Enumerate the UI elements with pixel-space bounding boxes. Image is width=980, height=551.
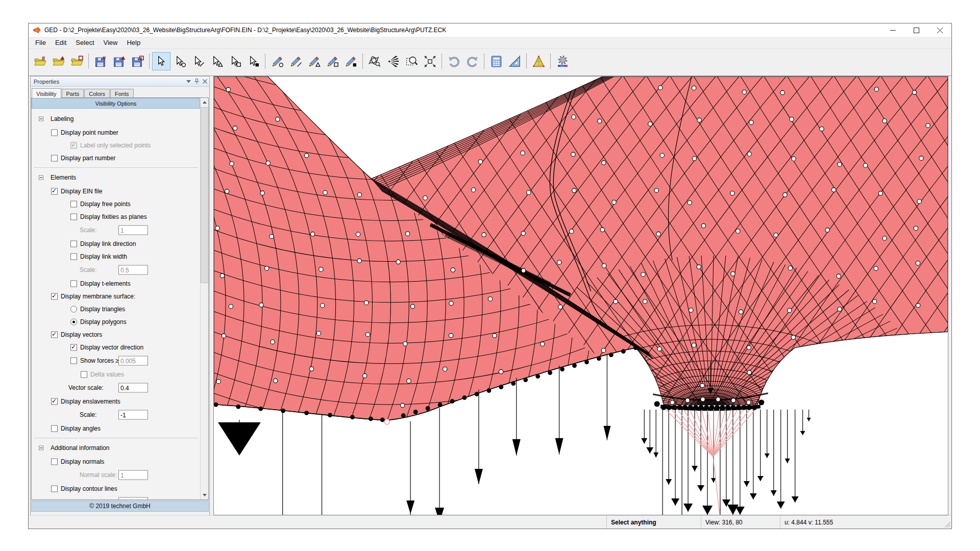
draw-points-button[interactable] <box>268 52 286 70</box>
option-label: Display link direction <box>80 240 136 247</box>
close-button[interactable] <box>928 23 951 37</box>
select-squares-button[interactable] <box>226 52 244 70</box>
radio-button[interactable] <box>70 306 77 312</box>
menu-file[interactable]: File <box>31 38 51 47</box>
checkbox[interactable] <box>70 280 77 287</box>
checkbox-display-ein-file: Display EIN file <box>32 185 200 197</box>
maximize-button[interactable] <box>904 23 928 37</box>
orbit-view-button[interactable] <box>365 52 384 70</box>
option-label: Display polygons <box>80 318 127 325</box>
field-vector-scale-21: Vector scale: <box>32 381 200 395</box>
open-triangles-button[interactable] <box>49 52 67 70</box>
menu-edit[interactable]: Edit <box>51 38 71 47</box>
checkbox[interactable] <box>51 155 58 161</box>
save-squares-button[interactable] <box>128 52 146 70</box>
undo-button[interactable] <box>445 52 463 70</box>
checkbox[interactable] <box>70 358 77 364</box>
select-points-button[interactable] <box>170 52 189 70</box>
redo-button[interactable] <box>463 52 481 70</box>
tab-visibility[interactable]: Visibility <box>32 88 61 98</box>
chevron-down-icon[interactable] <box>186 80 191 83</box>
draw-lines-button[interactable] <box>286 52 305 70</box>
visibility-options-list: LabelingDisplay point numberLabel only s… <box>32 109 200 499</box>
input-normal-scale-28[interactable] <box>118 470 148 480</box>
draw-filled-button[interactable] <box>341 52 360 70</box>
scrollbar-thumb[interactable] <box>201 107 209 283</box>
panel-scrollbar[interactable] <box>200 98 208 499</box>
checkbox[interactable] <box>51 129 58 136</box>
title-bar[interactable]: GED - D:\2_Projekte\Easy\2020\03_26_Webs… <box>29 23 951 37</box>
pin-icon[interactable] <box>194 79 199 84</box>
mesh-surface-button[interactable] <box>529 52 548 70</box>
toolbar-separator <box>526 54 527 69</box>
checkbox[interactable] <box>70 344 77 350</box>
input-show-forces[interactable] <box>118 356 148 366</box>
panel-splitter[interactable] <box>210 76 213 515</box>
checkbox[interactable] <box>70 142 77 148</box>
checkbox[interactable] <box>70 240 77 247</box>
option-label: Display part number <box>61 155 115 162</box>
checkbox-show-forces: Show forces ≥ <box>32 354 200 368</box>
input-distance-30[interactable] <box>118 497 148 500</box>
checkbox[interactable] <box>70 213 77 220</box>
settings-colors-button[interactable] <box>553 52 572 70</box>
field-normal-scale-28: Normal scale: <box>32 468 200 482</box>
collapse-icon[interactable] <box>39 446 43 450</box>
viewport-3d[interactable] <box>213 76 948 515</box>
open-squares-button[interactable] <box>67 52 86 70</box>
draw-squares-button[interactable] <box>323 52 341 70</box>
toolbar-separator <box>88 54 89 69</box>
checkbox[interactable] <box>51 458 58 465</box>
checkbox[interactable] <box>51 485 58 492</box>
scroll-up-icon[interactable] <box>201 98 209 107</box>
calculator-button[interactable] <box>487 52 505 70</box>
draw-triangles-button[interactable] <box>305 52 323 70</box>
radio-display-triangles: Display triangles <box>32 303 200 315</box>
input-scale-12[interactable] <box>118 265 148 275</box>
open-points-button[interactable]: # <box>31 52 49 70</box>
select-triangles-button[interactable] <box>207 52 226 70</box>
menu-select[interactable]: Select <box>71 38 99 47</box>
section-labeling: Labeling <box>32 112 200 126</box>
scroll-down-icon[interactable] <box>201 491 209 499</box>
select-lines-button[interactable] <box>189 52 207 70</box>
radio-button[interactable] <box>70 318 77 325</box>
checkbox[interactable] <box>51 188 58 194</box>
checkbox[interactable] <box>51 425 58 432</box>
toolbar: ## <box>29 49 951 76</box>
input-scale-9[interactable] <box>118 226 148 235</box>
checkbox[interactable] <box>70 201 77 207</box>
checkbox[interactable] <box>51 293 58 299</box>
panel-header[interactable]: Properties <box>31 77 209 87</box>
zoom-burst-button[interactable] <box>384 52 402 70</box>
close-icon[interactable] <box>203 79 207 84</box>
input-vector-scale-21[interactable] <box>118 383 148 393</box>
open-squares-icon <box>70 55 83 68</box>
option-label: Display triangles <box>80 306 125 313</box>
select-cursor-button[interactable] <box>152 52 170 70</box>
draw-squares-icon <box>326 55 339 68</box>
checkbox[interactable] <box>81 371 87 378</box>
tab-parts[interactable]: Parts <box>62 89 84 98</box>
zoom-window-button[interactable] <box>402 52 421 70</box>
save-triangles-button[interactable] <box>110 52 128 70</box>
menu-help[interactable]: Help <box>122 38 145 47</box>
zoom-extents-button[interactable] <box>421 52 439 70</box>
collapse-icon[interactable] <box>39 176 43 180</box>
orbit-view-icon <box>369 55 381 68</box>
menu-view[interactable]: View <box>99 38 122 47</box>
set-square-button[interactable] <box>505 52 524 70</box>
select-filled-button[interactable] <box>244 52 262 70</box>
collapse-icon[interactable] <box>39 117 43 121</box>
checkbox[interactable] <box>51 331 58 338</box>
tab-colors[interactable]: Colors <box>84 89 110 98</box>
checkbox[interactable] <box>51 398 58 405</box>
tab-fonts[interactable]: Fonts <box>110 89 134 98</box>
option-label: Display vectors <box>61 331 102 338</box>
select-cursor-icon <box>155 55 168 68</box>
minimize-button[interactable] <box>881 23 904 37</box>
checkbox[interactable] <box>70 253 77 260</box>
input-scale-23[interactable] <box>118 410 148 420</box>
resize-grip[interactable] <box>942 516 951 529</box>
save-points-button[interactable]: # <box>91 52 110 70</box>
